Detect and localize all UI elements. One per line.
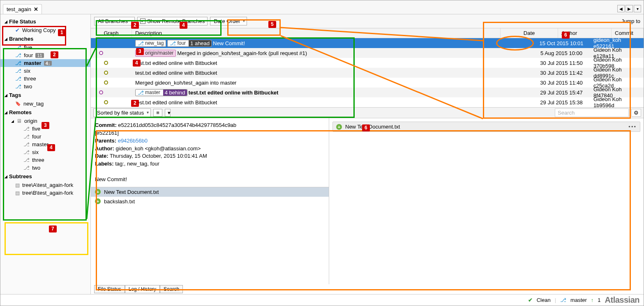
file-status-label: File Status [9, 18, 36, 25]
working-copy-item[interactable]: ✔ Working Copy [0, 26, 90, 34]
tab-search[interactable]: Search [160, 285, 183, 293]
more-icon[interactable]: ••• [628, 124, 637, 130]
tab-file-status[interactable]: File Status [94, 285, 125, 293]
branch-badge: 4↓ [44, 61, 52, 66]
branch-icon: ⎇ [15, 83, 21, 90]
col-commit[interactable]: Commit [612, 28, 644, 38]
branch-icon: ⎇ [560, 297, 566, 303]
show-remote-label: Show Remote Branches [147, 18, 205, 24]
file-status-header[interactable]: ◢ File Status [0, 17, 90, 26]
remotes-header[interactable]: ◢ Remotes [0, 108, 90, 117]
col-desc[interactable]: Description [132, 28, 501, 38]
branch-filter-combo[interactable]: All Branches [94, 17, 135, 25]
file-row[interactable]: +New Text Document.txt [91, 187, 329, 197]
commit-row[interactable]: test.txt edited online with Bitbucket30 … [91, 68, 644, 78]
sidebar-remote-branch-item[interactable]: ⎇three [0, 156, 90, 164]
branches-header[interactable]: ◢ Branches [0, 34, 90, 44]
meta-parents-link[interactable]: e9426b56b0 [118, 138, 148, 144]
tags-header[interactable]: ◢ Tags [0, 90, 90, 100]
status-bar: ✔ Clean | ⎇ master ↑ 1 Atlassian [0, 294, 644, 306]
sidebar-subtree-item[interactable]: ▤tree\A\test_again-fork [0, 181, 90, 189]
sidebar: ◢ File Status ✔ Working Copy ◢ Branches … [0, 14, 91, 294]
sidebar-remote-branch-item[interactable]: ⎇four [0, 133, 90, 140]
status-branch[interactable]: master [570, 297, 587, 303]
subtrees-header[interactable]: ◢ Subtrees [0, 172, 90, 181]
commit-desc: Merged gideon_koh/test_again into master [135, 80, 236, 86]
sidebar-branch-item[interactable]: ⎇three [0, 75, 90, 83]
callout-1: 1 [58, 29, 66, 36]
branch-icon: ⎇ [15, 52, 21, 58]
search-input[interactable]: Search [555, 108, 629, 117]
commit-row[interactable]: test.txt edited online with Bitbucket30 … [91, 58, 644, 68]
commit-date: 30 Jul 2015 11:42 [533, 70, 590, 76]
tag-item[interactable]: 🔖 new_tag [0, 100, 90, 108]
commit-row[interactable]: ⎇origin/masterMerged in gideon_koh/test_… [91, 48, 644, 58]
tab-nav: ◀ ▶ ▾ [617, 5, 641, 12]
sidebar-remote-branch-item[interactable]: ⎇master [0, 140, 90, 148]
sort-combo[interactable]: Sorted by file status [93, 108, 151, 117]
tab-next-icon[interactable]: ▶ [626, 5, 633, 12]
disclosure-icon: ◢ [5, 20, 7, 24]
branch-label: master [24, 60, 42, 66]
commit-row[interactable]: ⎇new_tag⎇four1 aheadNew Commit!15 Oct 20… [91, 38, 644, 48]
meta-short: [e522161] [95, 129, 325, 137]
tab-prev-icon[interactable]: ◀ [617, 5, 625, 12]
gear-icon[interactable]: ⚙ [631, 109, 641, 117]
branches-label: Branches [9, 36, 33, 42]
subtree-icon: ▤ [15, 182, 20, 188]
diff-file-header[interactable]: + New Text Document.txt ••• [332, 122, 640, 132]
subtree-label: tree\A\test_again-fork [22, 182, 73, 188]
branch-icon: ⎇ [23, 165, 30, 171]
sidebar-branch-item[interactable]: ⎇four11 [0, 51, 90, 59]
graph-node-icon [104, 61, 108, 65]
sidebar-branch-item[interactable]: ⎇five [0, 44, 90, 51]
sort-bar: Sorted by file status ≡ ▾ Search ⚙ [91, 108, 644, 118]
ref-pill: ⎇new_tag [135, 40, 166, 47]
sidebar-remote-branch-item[interactable]: ⎇two [0, 164, 90, 172]
sort-label: Sorted by file status [97, 110, 144, 116]
added-icon: + [336, 124, 342, 130]
col-graph[interactable]: Graph [91, 28, 132, 38]
file-name: New Text Document.txt [104, 189, 159, 195]
repo-tab[interactable]: test_again ✕ [3, 4, 42, 14]
disclosure-icon: ◢ [11, 119, 14, 123]
remote-branch-label: three [32, 157, 44, 163]
sidebar-remote-branch-item[interactable]: ⎇six [0, 148, 90, 156]
file-row[interactable]: +backslash.txt [91, 197, 329, 206]
sidebar-branch-item[interactable]: ⎇master4↓ [0, 59, 90, 67]
commit-row[interactable]: test.txt edited online with Bitbucket29 … [91, 97, 644, 107]
close-icon[interactable]: ✕ [34, 6, 38, 12]
col-date[interactable]: Date [501, 28, 558, 38]
ref-pill: ⎇master4 behind [135, 89, 187, 96]
subtrees-label: Subtrees [9, 173, 32, 179]
commit-desc: test.txt edited online with Bitbucket [135, 99, 217, 106]
sidebar-subtree-item[interactable]: ▤tree\B\test_again-fork [0, 189, 90, 197]
brand-logo: Atlassian [605, 295, 639, 305]
callout-6-top: 6 [562, 32, 570, 39]
tab-log-history[interactable]: Log / History [125, 285, 160, 293]
commit-row[interactable]: Merged gideon_koh/test_again into master… [91, 78, 644, 87]
commit-desc: test.txt edited online with Bitbucket [135, 70, 217, 76]
commit-date: 30 Jul 2015 11:40 [533, 80, 590, 86]
meta-labels-label: Labels: [95, 161, 114, 167]
sidebar-branch-item[interactable]: ⎇six [0, 67, 90, 75]
added-icon: + [95, 198, 101, 204]
commit-desc: New Commit! [213, 40, 245, 46]
detail-right: + New Text Document.txt ••• [329, 118, 644, 284]
view-option-icon[interactable]: ▾ [165, 109, 171, 117]
list-view-icon[interactable]: ≡ [153, 109, 162, 117]
tab-menu-icon[interactable]: ▾ [634, 5, 641, 12]
callout-4-row: 4 [133, 60, 141, 67]
commit-row[interactable]: ⎇master4 behindtest.txt edited online wi… [91, 87, 644, 97]
show-remote-checkbox[interactable]: ✓ Show Remote Branches [137, 17, 208, 25]
graph-node-icon [104, 71, 108, 75]
disclosure-icon: ◢ [5, 37, 7, 41]
disclosure-icon: ◢ [5, 110, 7, 115]
jump-to-label[interactable]: Jump to [621, 18, 640, 24]
sidebar-branch-item[interactable]: ⎇two [0, 83, 90, 90]
remote-branch-label: five [32, 126, 40, 132]
remote-origin-label: origin [24, 118, 37, 124]
order-combo[interactable]: Date Order [210, 17, 247, 25]
meta-parents-label: Parents: [95, 138, 116, 144]
branch-icon: ⎇ [15, 60, 21, 66]
